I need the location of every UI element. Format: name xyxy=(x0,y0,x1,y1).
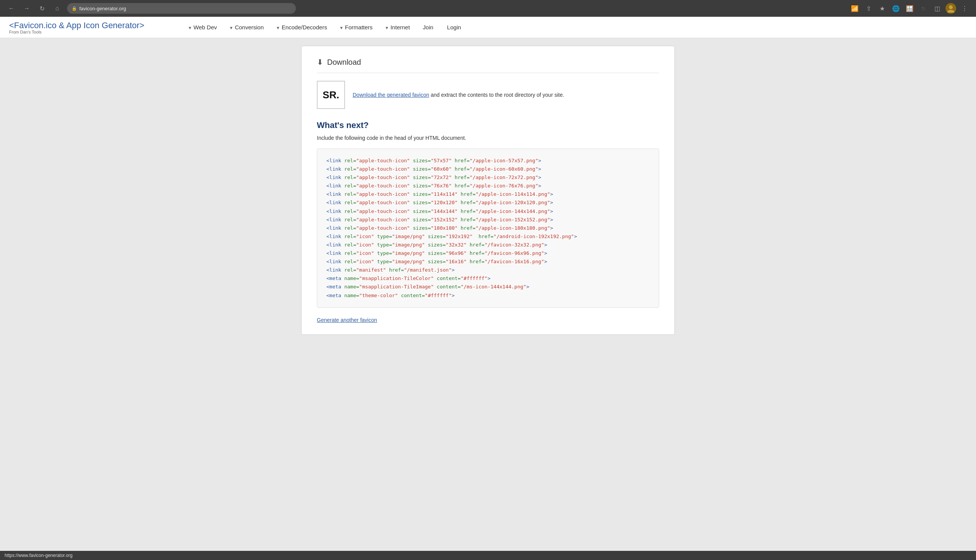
browser-actions: 📶 ⇧ ★ 🌐 🪟 ◾ ◫ ⋮ xyxy=(849,3,970,14)
status-url: https://www.favicon-generator.org xyxy=(5,553,72,558)
nav-webdev[interactable]: ▼Web Dev xyxy=(183,21,222,33)
nav-encode[interactable]: ▼Encode/Decoders xyxy=(271,21,333,33)
code-block: <link rel="apple-touch-icon" sizes="57x5… xyxy=(317,148,659,308)
site-tagline: From Dan's Tools xyxy=(9,30,160,34)
code-line: <link rel="apple-touch-icon" sizes="72x7… xyxy=(326,173,650,182)
profile-icon[interactable] xyxy=(946,3,956,14)
cast-button[interactable]: 📶 xyxy=(849,3,860,14)
main-card: ⬇ Download SR. Download the generated fa… xyxy=(301,46,675,335)
svg-point-1 xyxy=(948,10,954,13)
code-line: <link rel="icon" type="image/png" sizes=… xyxy=(326,232,650,241)
code-line: <link rel="icon" type="image/png" sizes=… xyxy=(326,249,650,258)
dropdown-arrow: ▼ xyxy=(188,25,192,30)
code-line: <link rel="apple-touch-icon" sizes="152x… xyxy=(326,216,650,224)
code-line: <link rel="apple-touch-icon" sizes="120x… xyxy=(326,198,650,207)
code-line: <meta name="msapplication-TileColor" con… xyxy=(326,274,650,283)
logo-prefix: < xyxy=(9,20,14,30)
code-line: <link rel="apple-touch-icon" sizes="57x5… xyxy=(326,157,650,165)
address-bar[interactable]: 🔒 favicon-generator.org xyxy=(67,3,296,14)
translate-button[interactable]: 🌐 xyxy=(891,3,901,14)
code-line: <link rel="apple-touch-icon" sizes="76x7… xyxy=(326,182,650,190)
sidebar-button[interactable]: ◫ xyxy=(932,3,943,14)
site-nav: ▼Web Dev ▼Conversion ▼Encode/Decoders ▼F… xyxy=(183,21,967,33)
favicon-text: SR. xyxy=(323,89,339,101)
nav-internet[interactable]: ▼Internet xyxy=(379,21,415,33)
status-bar: https://www.favicon-generator.org xyxy=(0,551,976,560)
code-line: <link rel="icon" type="image/png" sizes=… xyxy=(326,258,650,266)
forward-button[interactable]: → xyxy=(21,3,32,14)
nav-formatters[interactable]: ▼Formatters xyxy=(334,21,378,33)
nav-join[interactable]: Join xyxy=(417,21,440,33)
download-title: Download xyxy=(327,58,361,67)
generate-another-link[interactable]: Generate another favicon xyxy=(317,317,377,323)
nav-conversion[interactable]: ▼Conversion xyxy=(224,21,269,33)
code-line: <meta name="theme-color" content="#fffff… xyxy=(326,292,650,300)
code-line: <link rel="manifest" href="/manifest.jso… xyxy=(326,266,650,274)
site-logo[interactable]: <Favicon.ico & App Icon Generator> xyxy=(9,20,144,30)
nav-login[interactable]: Login xyxy=(441,21,468,33)
back-button[interactable]: ← xyxy=(6,3,17,14)
dropdown-arrow: ▼ xyxy=(339,25,344,30)
reload-button[interactable]: ↻ xyxy=(37,3,47,14)
code-line: <link rel="apple-touch-icon" sizes="144x… xyxy=(326,207,650,216)
browser-chrome: ← → ↻ ⌂ 🔒 favicon-generator.org 📶 ⇧ ★ 🌐 … xyxy=(0,0,976,17)
download-header: ⬇ Download xyxy=(317,58,659,73)
code-line: <link rel="apple-touch-icon" sizes="114x… xyxy=(326,190,650,198)
logo-suffix: > xyxy=(140,20,144,30)
home-button[interactable]: ⌂ xyxy=(52,3,62,14)
extensions-button[interactable]: 🪟 xyxy=(904,3,915,14)
dropdown-arrow: ▼ xyxy=(229,25,233,30)
code-line: <meta name="msapplication-TileImage" con… xyxy=(326,283,650,291)
favicon-preview: SR. xyxy=(317,81,345,109)
dropdown-arrow: ▼ xyxy=(276,25,280,30)
code-line: <link rel="apple-touch-icon" sizes="180x… xyxy=(326,224,650,232)
page-background: ⬇ Download SR. Download the generated fa… xyxy=(0,38,976,560)
logo-text: Favicon.ico & App Icon Generator xyxy=(14,20,140,30)
site-header: <Favicon.ico & App Icon Generator> From … xyxy=(0,17,976,38)
whats-next-title: What's next? xyxy=(317,120,659,130)
share-button[interactable]: ⇧ xyxy=(863,3,874,14)
dropdown-arrow: ▼ xyxy=(385,25,389,30)
logo-wrapper: <Favicon.ico & App Icon Generator> From … xyxy=(9,20,160,34)
download-icon: ⬇ xyxy=(317,58,323,67)
whats-next-subtitle: Include the following code in the head o… xyxy=(317,135,659,141)
puzzle-button[interactable]: ◾ xyxy=(918,3,929,14)
download-content: SR. Download the generated favicon and e… xyxy=(317,81,659,109)
download-text-suffix: and extract the contents to the root dir… xyxy=(429,92,564,98)
lock-icon: 🔒 xyxy=(72,6,77,11)
menu-button[interactable]: ⋮ xyxy=(959,3,970,14)
url-text: favicon-generator.org xyxy=(79,6,126,12)
bookmark-button[interactable]: ★ xyxy=(877,3,887,14)
code-line: <link rel="icon" type="image/png" sizes=… xyxy=(326,241,650,249)
code-line: <link rel="apple-touch-icon" sizes="60x6… xyxy=(326,165,650,173)
svg-point-0 xyxy=(949,5,953,9)
download-link[interactable]: Download the generated favicon xyxy=(353,92,429,98)
download-description: Download the generated favicon and extra… xyxy=(353,92,564,98)
